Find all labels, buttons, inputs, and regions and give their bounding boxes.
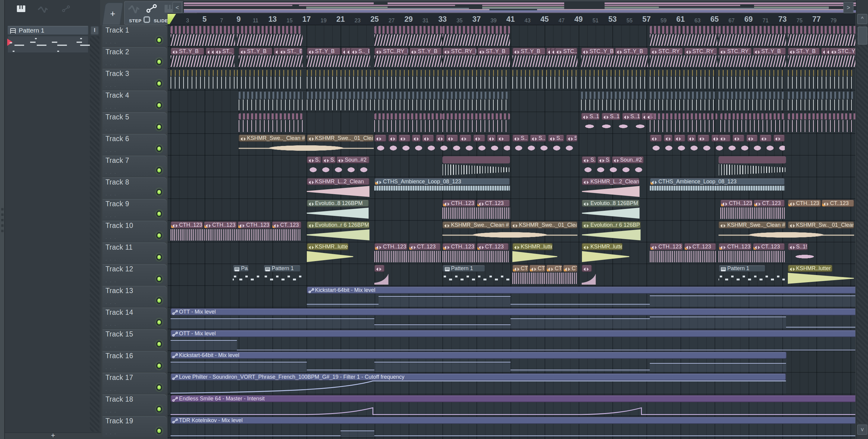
clip-name-bar[interactable]: KSHMR..lutter <box>787 265 832 272</box>
clip-name-bar[interactable]: Evolutio..8 126BPM <box>307 200 369 207</box>
scroll-left-button[interactable]: < <box>173 2 182 13</box>
clip-name-bar[interactable]: CTH..123 <box>170 221 203 229</box>
picker-info-button[interactable]: I <box>90 26 99 35</box>
clip-texture[interactable] <box>307 92 374 99</box>
tiny-audio-clip[interactable] <box>487 135 496 142</box>
track-options-dots[interactable]: . . . <box>105 256 117 262</box>
track-header-track-7[interactable]: Track 7. . . <box>102 155 167 177</box>
clip-texture[interactable] <box>237 70 302 76</box>
clip-name-bar[interactable]: CTH..123 <box>546 265 562 272</box>
track-options-dots[interactable]: . . . <box>105 191 117 197</box>
tiny-audio-clip[interactable] <box>375 265 385 272</box>
scroll-up-button[interactable]: ^ <box>857 14 867 24</box>
vertical-scroll-track[interactable] <box>857 25 868 423</box>
tiny-audio-clip[interactable] <box>398 135 410 142</box>
track-mute-led[interactable] <box>156 319 162 326</box>
clip-name-bar[interactable]: CTH..123 <box>787 200 821 207</box>
clip-name-bar[interactable]: CT..123 <box>409 243 441 250</box>
clip-texture[interactable] <box>375 34 442 46</box>
clip-name-bar[interactable]: ST..Y_B <box>239 48 273 55</box>
clip-texture[interactable] <box>307 99 374 110</box>
tiny-audio-clip[interactable] <box>664 135 673 142</box>
track-header-track-14[interactable]: Track 14. . . <box>102 308 167 329</box>
automation-link-icon[interactable] <box>62 4 70 14</box>
clip-name-bar[interactable]: CTH..123 <box>719 243 752 250</box>
track-header-track-12[interactable]: Track 12. . . <box>102 264 167 285</box>
clip-name-bar[interactable]: S..19 <box>787 243 808 250</box>
track-header-track-2[interactable]: Track 2. . . <box>102 47 167 68</box>
clip-name-bar[interactable]: ST..Y_B <box>307 48 341 55</box>
automation-clip-name[interactable]: Kickstart-64bit - Mix level <box>307 286 855 293</box>
clip-name-bar[interactable]: CT..123 <box>684 243 716 250</box>
clip-texture[interactable] <box>787 120 855 132</box>
automation-clip-name[interactable]: OTT - Mix level <box>170 329 855 337</box>
timeline-ruler[interactable]: 3579111315171921232527293133353739414345… <box>167 13 855 25</box>
clip-name-bar[interactable]: STC..RY_B <box>375 48 409 55</box>
clip-name-bar[interactable]: ST..Y_B <box>477 48 510 55</box>
collapsed-browser-strip[interactable] <box>0 0 5 439</box>
clip-name-bar[interactable]: Soun..#2 <box>612 156 644 164</box>
clip-name-bar[interactable]: CTHS_Ambience_Loop_08_123 <box>375 178 510 185</box>
clip-name-bar[interactable]: S.. <box>582 156 596 164</box>
pattern-selector[interactable]: Pattern 1 <box>7 26 89 35</box>
tiny-audio-clip[interactable] <box>773 135 785 142</box>
clip-texture[interactable] <box>721 113 786 119</box>
audio-wave-icon[interactable] <box>38 4 48 15</box>
tiny-audio-clip[interactable] <box>719 135 731 142</box>
clip-name-bar[interactable]: STC..Y_B <box>830 48 856 55</box>
track-mute-led[interactable] <box>156 428 162 434</box>
clip-texture[interactable] <box>442 120 510 132</box>
clip-texture[interactable] <box>787 70 855 76</box>
track-mute-led[interactable] <box>156 58 162 65</box>
clip-name-bar[interactable]: STC..Y_B <box>581 48 614 55</box>
clip-texture[interactable] <box>239 99 303 110</box>
scroll-down-button[interactable]: v <box>857 425 867 435</box>
clip-name-bar[interactable]: CTH..123 <box>238 221 271 229</box>
track-options-dots[interactable]: . . . <box>105 343 117 349</box>
clip-name-bar[interactable]: CTH..123 <box>442 243 475 250</box>
clip-texture[interactable] <box>375 113 442 119</box>
automation-link-icon[interactable] <box>147 4 157 15</box>
track-header-track-18[interactable]: Track 18. . . <box>102 394 167 415</box>
clip-name-bar[interactable]: S.. <box>548 135 564 142</box>
clip-texture[interactable] <box>237 34 302 46</box>
clip-name-bar[interactable]: ST.._B <box>278 48 302 55</box>
clip-name-bar[interactable]: KSHMR_L..2_Clean <box>307 178 370 185</box>
add-track-tab[interactable]: + <box>102 2 124 25</box>
clip-texture[interactable] <box>513 77 578 89</box>
clip-texture[interactable] <box>650 70 717 76</box>
clip-texture[interactable] <box>721 120 786 132</box>
clip-texture[interactable] <box>650 92 717 99</box>
clip-name-bar[interactable]: STC..RY_B <box>719 48 752 55</box>
track-mute-led[interactable] <box>156 102 162 109</box>
clip-name-bar[interactable]: CTH..123 <box>513 265 529 272</box>
track-mute-led[interactable] <box>156 232 162 239</box>
clip-name-bar[interactable]: S.. <box>322 156 336 164</box>
track-mute-led[interactable] <box>156 254 162 261</box>
clip-name-bar[interactable]: KSHMR_Swe.._01_Clea <box>510 221 578 229</box>
clip-texture[interactable] <box>375 92 442 99</box>
clip-name-bar[interactable]: S..19 <box>622 113 641 120</box>
track-header-track-19[interactable]: Track 19. . . <box>102 416 167 437</box>
track-header-track-17[interactable]: Track 17. . . <box>102 373 167 394</box>
automation-clip-name[interactable]: OTT - Mix level <box>170 308 855 315</box>
track-mute-led[interactable] <box>156 145 162 152</box>
clip-name-bar[interactable]: CT..23 <box>563 265 578 272</box>
track-mute-led[interactable] <box>156 406 162 412</box>
clip-name-bar[interactable]: KSHMR_Swe.._Clean #2 <box>719 221 786 229</box>
clip-texture[interactable] <box>170 26 235 34</box>
clip-texture[interactable] <box>581 92 648 99</box>
track-mute-led[interactable] <box>156 275 162 282</box>
clip-name-bar[interactable]: S.._B <box>350 48 370 55</box>
tiny-audio-clip[interactable] <box>746 135 758 142</box>
tiny-audio-clip[interactable] <box>473 135 485 142</box>
clip-name-bar[interactable]: ST..Y_B <box>170 48 205 55</box>
clip-name-bar[interactable]: KSHMR_Sw.._01_Clean <box>787 221 854 229</box>
tiny-audio-clip[interactable] <box>698 135 709 142</box>
track-options-dots[interactable]: . . . <box>105 126 117 131</box>
clip-name-bar[interactable]: ST..Y_B <box>787 48 820 55</box>
clip-name-bar[interactable]: ST.._B <box>214 48 235 55</box>
clip-name-bar[interactable]: ST..Y_B <box>753 48 786 55</box>
clip-name-bar[interactable]: S.. <box>513 135 529 142</box>
track-header-track-11[interactable]: Track 11. . . <box>102 242 167 264</box>
